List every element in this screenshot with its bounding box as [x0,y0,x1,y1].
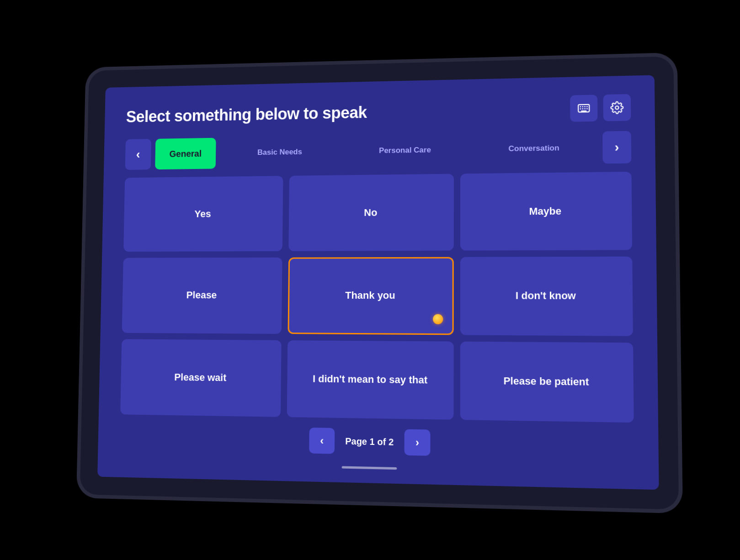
tab-general[interactable]: General [155,138,216,169]
next-page-button[interactable]: › [404,429,430,456]
svg-rect-8 [586,108,587,109]
page-title: Select something below to speak [126,103,367,127]
nav-tabs-row: ‹ General Basic Needs Personal Care Conv… [125,131,631,170]
keyboard-button[interactable] [570,95,597,122]
tab-conversation[interactable]: Conversation [470,132,597,165]
settings-button[interactable] [603,94,631,122]
svg-point-10 [615,106,618,109]
tablet-screen: Select something below to speak [97,75,659,490]
settings-icon [610,101,623,114]
svg-rect-6 [582,108,583,109]
next-nav-button[interactable]: › [602,131,631,164]
prev-page-button[interactable]: ‹ [309,428,335,454]
svg-rect-9 [581,111,586,112]
tab-basic-needs[interactable]: Basic Needs [220,136,340,169]
btn-yes[interactable]: Yes [123,176,283,252]
btn-thank-you[interactable]: Thank you [287,257,453,335]
svg-rect-2 [582,106,583,107]
speaking-indicator [433,314,443,324]
pagination-row: ‹ Page 1 of 2 › [119,424,634,460]
svg-rect-4 [586,106,587,107]
btn-please-be-patient[interactable]: Please be patient [460,341,634,423]
btn-please[interactable]: Please [122,258,282,334]
keyboard-icon [577,102,590,115]
btn-didnt-mean[interactable]: I didn't mean to say that [287,340,453,420]
svg-rect-7 [584,108,585,109]
page-label: Page 1 of 2 [341,436,397,448]
btn-maybe[interactable]: Maybe [460,172,632,251]
tabs-middle: Basic Needs Personal Care Conversation [220,132,598,169]
svg-rect-3 [584,106,585,107]
svg-rect-1 [580,106,580,107]
btn-i-dont-know[interactable]: I don't know [460,257,633,336]
home-indicator [341,466,397,470]
tablet-wrapper: Select something below to speak [80,56,679,510]
btn-please-wait[interactable]: Please wait [120,339,282,417]
prev-nav-button[interactable]: ‹ [125,139,151,170]
svg-rect-5 [580,108,580,109]
phrase-grid: Yes No Maybe Please Thank you I don't kn… [120,172,634,423]
header-row: Select something below to speak [126,94,631,130]
btn-no[interactable]: No [288,174,454,252]
header-icons [570,94,631,122]
tab-personal-care[interactable]: Personal Care [343,134,467,167]
